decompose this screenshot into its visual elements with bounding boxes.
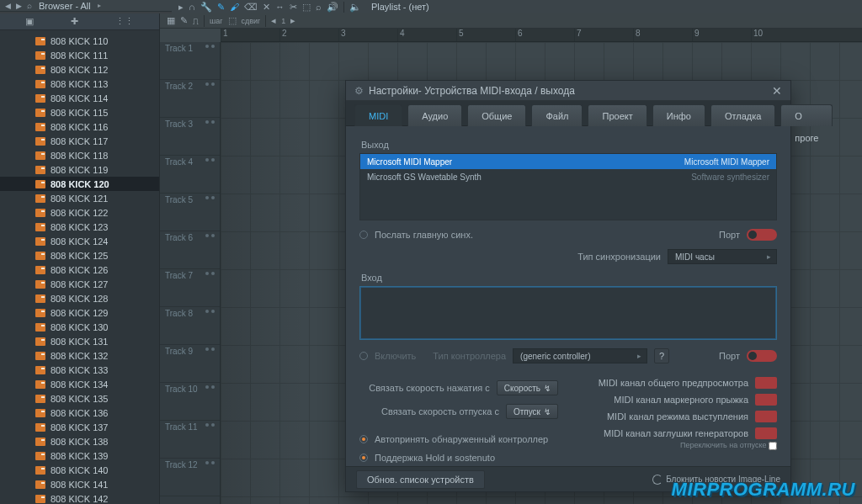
browser-item[interactable]: 808 KICK 131: [0, 334, 159, 348]
track-header[interactable]: Track 5: [160, 194, 220, 231]
browser-item[interactable]: 808 KICK 138: [0, 434, 159, 448]
tab-общие[interactable]: Общие: [467, 104, 526, 126]
browser-item[interactable]: 808 KICK 136: [0, 406, 159, 420]
track-header[interactable]: Track 1: [160, 42, 220, 80]
browser-item[interactable]: 808 KICK 114: [0, 91, 159, 105]
search-icon[interactable]: ⌕: [27, 1, 32, 10]
tab-midi[interactable]: MIDI: [354, 104, 402, 126]
playlist-title[interactable]: Playlist - (нет): [371, 2, 429, 12]
browser-item[interactable]: 808 KICK 142: [0, 491, 159, 504]
tab-инфо[interactable]: Инфо: [652, 104, 705, 126]
midi-ch-gen-toggle[interactable]: [755, 427, 777, 439]
midi-input-list[interactable]: [359, 286, 777, 340]
browser-item[interactable]: 808 KICK 127: [0, 277, 159, 291]
close-icon[interactable]: ✕: [772, 84, 782, 98]
browser-item[interactable]: 808 KICK 124: [0, 234, 159, 248]
browser-item[interactable]: 808 KICK 116: [0, 119, 159, 134]
browser-item[interactable]: 808 KICK 118: [0, 148, 159, 162]
track-header[interactable]: Track 6: [160, 231, 220, 269]
nav-fwd-icon[interactable]: ▶: [16, 2, 22, 10]
browser-item[interactable]: 808 KICK 126: [0, 263, 159, 277]
zoom-icon[interactable]: ⌕: [316, 2, 322, 12]
controller-type-dropdown[interactable]: (generic controller): [513, 348, 647, 363]
browser-item[interactable]: 808 KICK 137: [0, 420, 159, 434]
browser-list[interactable]: 808 KICK 110808 KICK 111808 KICK 112808 …: [0, 30, 159, 504]
browser-item[interactable]: 808 KICK 110: [0, 34, 159, 48]
velocity-press-button[interactable]: Скорость↯: [497, 380, 558, 395]
browser-dropdown-caret[interactable]: ▸: [98, 2, 101, 9]
midi-ch-marker-toggle[interactable]: [755, 394, 777, 406]
sliders-icon[interactable]: ⋮⋮: [115, 16, 134, 27]
browser-item[interactable]: 808 KICK 113: [0, 77, 159, 91]
track-header[interactable]: Track 11: [160, 421, 220, 459]
browser-item[interactable]: 808 KICK 120: [0, 177, 159, 191]
image-line-news-link[interactable]: Блокнить новости Image-Line: [652, 475, 780, 485]
tab-о проге[interactable]: О проге: [780, 104, 833, 126]
tab-проект[interactable]: Проект: [588, 104, 646, 126]
browser-item[interactable]: 808 KICK 122: [0, 205, 159, 220]
prev-arrow-icon[interactable]: ◂: [271, 15, 276, 26]
dialog-title-bar[interactable]: ⚙ Настройки- Устройства MIDI-входа / вых…: [346, 81, 790, 101]
select-icon[interactable]: ⬚: [302, 2, 311, 13]
playlist-ruler[interactable]: 12345678910: [221, 29, 862, 42]
step-lock-icon[interactable]: ⬚: [228, 15, 237, 26]
magnet-icon[interactable]: ∩: [189, 2, 195, 12]
tab-отладка[interactable]: Отладка: [710, 104, 775, 126]
browser-title[interactable]: Browser - All: [39, 1, 91, 11]
browser-item[interactable]: 808 KICK 141: [0, 477, 159, 491]
browser-item[interactable]: 808 KICK 123: [0, 220, 159, 234]
output-port-toggle[interactable]: [747, 229, 777, 241]
sync-type-dropdown[interactable]: MIDI часы: [668, 249, 777, 264]
tab-файл[interactable]: Файл: [531, 104, 583, 126]
refresh-devices-button[interactable]: Обнов. список устройств: [356, 470, 485, 489]
browser-item[interactable]: 808 KICK 111: [0, 48, 159, 62]
browser-item[interactable]: 808 KICK 115: [0, 105, 159, 119]
track-header[interactable]: Track 7: [160, 269, 220, 307]
play-icon[interactable]: ▸: [178, 2, 184, 13]
track-header[interactable]: Track 9: [160, 345, 220, 383]
draw-icon[interactable]: ✎: [217, 2, 225, 13]
browser-item[interactable]: 808 KICK 129: [0, 305, 159, 320]
controller-help-button[interactable]: ?: [654, 348, 669, 363]
browser-item[interactable]: 808 KICK 130: [0, 320, 159, 334]
track-header[interactable]: Track 2: [160, 80, 220, 118]
tab-аудио[interactable]: Аудио: [407, 104, 462, 126]
enable-input-radio[interactable]: [359, 352, 368, 360]
send-master-sync-radio[interactable]: [359, 231, 368, 239]
plus-icon[interactable]: ✚: [71, 16, 78, 27]
sub-menu-icon[interactable]: ▦: [167, 15, 175, 26]
browser-item[interactable]: 808 KICK 119: [0, 162, 159, 177]
browser-item[interactable]: 808 KICK 132: [0, 348, 159, 363]
wrench-icon[interactable]: 🔧: [200, 2, 212, 13]
midi-output-list[interactable]: Microsoft MIDI Mapper Microsoft MIDI Map…: [359, 153, 777, 220]
hold-sostenuto-radio[interactable]: [359, 454, 368, 462]
paint-icon[interactable]: 🖌: [230, 2, 239, 12]
mute-icon[interactable]: ✕: [263, 2, 270, 13]
midi-ch-preview-toggle[interactable]: [755, 377, 777, 389]
browser-item[interactable]: 808 KICK 140: [0, 463, 159, 477]
track-header[interactable]: Track 8: [160, 307, 220, 345]
nav-back-icon[interactable]: ◀: [5, 2, 11, 10]
sub-brush-icon[interactable]: ✎: [180, 15, 188, 26]
slice-icon[interactable]: ✂: [290, 2, 297, 13]
slip-icon[interactable]: ↔: [275, 2, 285, 12]
midi-ch-perform-toggle[interactable]: [755, 411, 777, 422]
erase-icon[interactable]: ⌫: [244, 2, 258, 13]
output-row-selected[interactable]: Microsoft MIDI Mapper Microsoft MIDI Map…: [360, 154, 776, 169]
track-header[interactable]: Track 12: [160, 459, 220, 496]
playlist-speaker-icon[interactable]: 🔈: [349, 2, 361, 13]
browser-item[interactable]: 808 KICK 112: [0, 62, 159, 77]
browser-item[interactable]: 808 KICK 128: [0, 291, 159, 305]
auto-accept-radio[interactable]: [359, 435, 368, 443]
browser-item[interactable]: 808 KICK 121: [0, 191, 159, 205]
browser-item[interactable]: 808 KICK 133: [0, 363, 159, 377]
sub-snap-icon[interactable]: ⎍: [193, 16, 199, 26]
input-port-toggle[interactable]: [747, 350, 777, 362]
browser-item[interactable]: 808 KICK 125: [0, 248, 159, 263]
playback-icon[interactable]: 🔊: [327, 2, 338, 13]
track-header[interactable]: Track 10: [160, 383, 220, 421]
switch-on-release-checkbox[interactable]: [769, 442, 777, 450]
velocity-release-button[interactable]: Отпуск↯: [506, 404, 558, 419]
next-arrow-icon[interactable]: ▸: [290, 15, 295, 26]
output-row[interactable]: Microsoft GS Wavetable Synth Software sy…: [360, 169, 776, 184]
